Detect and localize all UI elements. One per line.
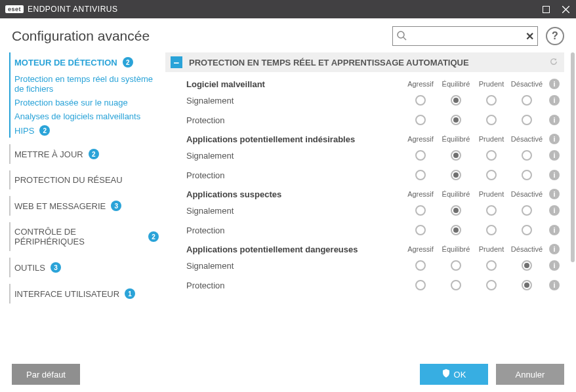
row-label: Signalement (186, 261, 403, 271)
col-header: Désactivé (509, 135, 545, 143)
radio-option[interactable] (522, 115, 532, 125)
radio-option[interactable] (486, 150, 497, 161)
close-icon[interactable] (560, 4, 571, 14)
search-input[interactable] (392, 26, 538, 46)
sidebar: Moteur de détection 2 Protection en temp… (9, 52, 165, 353)
info-icon[interactable]: i (549, 150, 560, 161)
sidebar-subitem-malware-scans[interactable]: Analyses de logiciels malveillants (9, 109, 159, 123)
brand: eset ENDPOINT ANTIVIRUS (5, 5, 541, 14)
radio-option[interactable] (486, 260, 497, 271)
sidebar-item-network[interactable]: Protection du réseau (9, 170, 159, 189)
radio-option[interactable] (522, 205, 532, 216)
radio-option[interactable] (522, 170, 532, 180)
sidebar-item-label: Mettre à jour (14, 149, 83, 159)
group-title: Applications potentiellement indésirable… (186, 134, 403, 144)
sidebar-item-detection-engine[interactable]: Moteur de détection 2 (9, 52, 159, 72)
col-header: Équilibré (438, 80, 474, 88)
radio-option[interactable] (522, 280, 532, 290)
radio-option[interactable] (415, 95, 426, 106)
info-icon[interactable]: i (549, 115, 560, 125)
info-icon[interactable]: i (549, 95, 560, 106)
info-icon[interactable]: i (549, 170, 560, 180)
info-icon[interactable]: i (549, 205, 560, 216)
radio-option[interactable] (415, 150, 426, 161)
radio-option[interactable] (486, 205, 497, 216)
radio-option[interactable] (415, 170, 426, 180)
sidebar-subitem-hips[interactable]: HIPS 2 (9, 123, 159, 138)
sidebar-item-tools[interactable]: Outils 3 (9, 258, 159, 277)
group-header: Applications potentiellement indésirable… (186, 130, 564, 146)
radio-option[interactable] (522, 225, 532, 235)
radio-option[interactable] (451, 280, 461, 290)
radio-option[interactable] (486, 95, 497, 106)
radio-option[interactable] (415, 225, 426, 235)
col-header: Équilibré (438, 245, 474, 253)
setting-row: Protectioni (186, 220, 564, 240)
radio-option[interactable] (415, 280, 426, 290)
radio-option[interactable] (486, 170, 497, 180)
radio-option[interactable] (522, 150, 532, 161)
radio-option[interactable] (451, 225, 461, 235)
scrollbar[interactable] (571, 52, 575, 262)
radio-option[interactable] (451, 205, 461, 216)
radio-option[interactable] (522, 95, 532, 106)
radio-option[interactable] (451, 260, 461, 271)
sidebar-item-label: Moteur de détection (14, 58, 117, 68)
radio-option[interactable] (451, 95, 461, 106)
default-button[interactable]: Par défaut (12, 364, 80, 385)
svg-line-4 (403, 37, 406, 40)
ok-button[interactable]: OK (420, 364, 488, 385)
row-label: Protection (186, 115, 403, 125)
content: − PROTECTION EN TEMPS RÉEL ET APPRENTISS… (165, 52, 576, 353)
info-icon[interactable]: i (549, 225, 560, 235)
sidebar-item-label: HIPS (14, 126, 34, 136)
info-icon[interactable]: i (549, 79, 560, 89)
radio-option[interactable] (451, 150, 461, 161)
radio-option[interactable] (522, 260, 532, 271)
sidebar-subitem-cloud[interactable]: Protection basée sur le nuage (9, 96, 159, 109)
radio-option[interactable] (486, 115, 497, 125)
collapse-icon[interactable]: − (171, 56, 182, 68)
ok-label: OK (454, 370, 466, 380)
settings-grid: Logiciel malveillantAgressifÉquilibréPru… (165, 72, 564, 295)
maximize-icon[interactable] (541, 4, 551, 14)
setting-row: Signalementi (186, 256, 564, 275)
top-row: Configuration avancée ✕ ? (0, 18, 576, 52)
sidebar-item-label: Web et messagerie (14, 201, 106, 211)
setting-row: Signalementi (186, 201, 564, 220)
setting-row: Signalementi (186, 90, 564, 110)
svg-rect-0 (543, 6, 549, 12)
badge: 3 (51, 262, 61, 273)
setting-row: Signalementi (186, 146, 564, 165)
col-header: Désactivé (509, 80, 545, 88)
badge: 2 (39, 125, 50, 136)
info-icon[interactable]: i (549, 134, 560, 144)
radio-option[interactable] (415, 115, 426, 125)
sidebar-item-update[interactable]: Mettre à jour 2 (9, 144, 159, 164)
sidebar-item-device-control[interactable]: Contrôle de périphériques 2 (9, 222, 159, 251)
radio-option[interactable] (415, 260, 426, 271)
clear-search-icon[interactable]: ✕ (525, 30, 534, 43)
cancel-button[interactable]: Annuler (496, 364, 564, 385)
radio-option[interactable] (486, 280, 497, 290)
radio-option[interactable] (415, 205, 426, 216)
help-icon[interactable]: ? (546, 27, 564, 45)
info-icon[interactable]: i (549, 244, 560, 254)
info-icon[interactable]: i (549, 280, 560, 290)
search-wrap: ✕ (392, 26, 538, 46)
col-header: Prudent (474, 190, 509, 198)
radio-option[interactable] (486, 225, 497, 235)
setting-row: Protectioni (186, 275, 564, 295)
radio-option[interactable] (451, 170, 461, 180)
badge: 2 (123, 57, 133, 68)
sidebar-item-ui[interactable]: Interface utilisateur 1 (9, 284, 159, 304)
radio-option[interactable] (451, 115, 461, 125)
revert-icon[interactable] (548, 56, 559, 69)
sidebar-subitem-realtime[interactable]: Protection en temps réel du système de f… (9, 72, 159, 96)
sidebar-item-web-email[interactable]: Web et messagerie 3 (9, 196, 159, 216)
shield-icon (442, 369, 450, 380)
col-header: Agressif (403, 80, 438, 88)
info-icon[interactable]: i (549, 189, 560, 199)
info-icon[interactable]: i (549, 260, 560, 271)
product-name: ENDPOINT ANTIVIRUS (28, 5, 117, 14)
